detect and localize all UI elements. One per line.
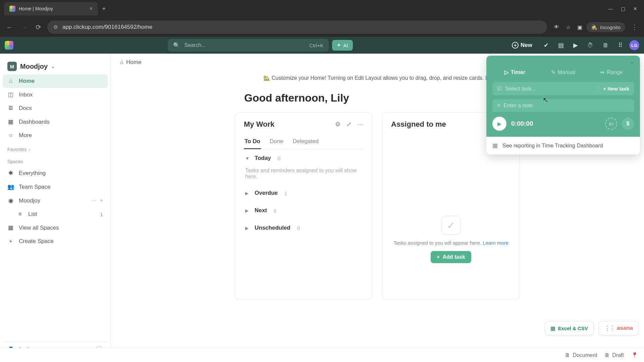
- new-tab-button[interactable]: +: [102, 5, 106, 13]
- sidebar-label: Inbox: [19, 92, 33, 98]
- close-window-icon[interactable]: ✕: [633, 6, 637, 11]
- group-count: 0: [274, 208, 276, 214]
- group-unscheduled[interactable]: ▶ Unscheduled 0: [244, 219, 364, 237]
- group-count: 0: [297, 225, 300, 231]
- ai-button[interactable]: ✦ AI: [332, 40, 353, 51]
- play-button[interactable]: ▶: [492, 117, 506, 131]
- plus-icon: +: [7, 238, 14, 245]
- search-bar[interactable]: 🔍 Search... Ctrl+K: [168, 39, 329, 52]
- billable-button[interactable]: $: [622, 118, 634, 130]
- sidebar-item-create-space[interactable]: + Create Space: [3, 235, 108, 248]
- incognito-icon: 🕵: [591, 24, 597, 30]
- group-today[interactable]: ▼ Today 0: [244, 149, 364, 167]
- list-count: 1: [100, 212, 103, 217]
- grid-icon: ▦: [7, 224, 14, 231]
- checkbox-icon: ☑: [497, 85, 502, 92]
- learn-more-link[interactable]: Learn more: [483, 240, 508, 246]
- status-draft[interactable]: 🗎 Draft: [604, 352, 624, 358]
- favicon-icon: [9, 6, 15, 12]
- minimize-icon[interactable]: ―: [608, 6, 613, 11]
- timer-report-link[interactable]: ▦ See reporting in Time Tracking Dashboa…: [486, 137, 640, 155]
- chevron-down-icon: ▼: [245, 156, 250, 161]
- new-task-button[interactable]: + New task: [598, 86, 629, 92]
- timer-tab-timer[interactable]: ▷ Timer: [492, 66, 537, 78]
- new-button[interactable]: + New: [512, 42, 532, 49]
- timer-tab-manual[interactable]: ✎ Manual: [541, 66, 586, 78]
- home-icon: ⌂: [120, 59, 123, 66]
- url-field[interactable]: ⚙ app.clickup.com/9016164592/home: [47, 20, 547, 34]
- pin-icon[interactable]: 📍: [631, 352, 638, 358]
- wifi-icon: ◉: [7, 197, 14, 204]
- favorites-label: Favorites: [7, 147, 27, 152]
- browser-menu-icon[interactable]: ⋮: [629, 21, 640, 33]
- play-circle-icon: ▷: [504, 69, 508, 75]
- mywork-tabs: To Do Done Delegated: [244, 135, 364, 149]
- expand-icon[interactable]: ⤢: [346, 121, 352, 128]
- close-tab-icon[interactable]: ×: [90, 6, 93, 12]
- timer-tab-range[interactable]: ⇔ Range: [589, 66, 634, 78]
- sidebar-item-team-space[interactable]: 👥 Team Space: [3, 180, 108, 194]
- workspace-switcher[interactable]: M Moodjoy ⌄: [3, 58, 108, 74]
- browser-tab[interactable]: Home | Moodjoy ×: [4, 2, 98, 15]
- back-icon[interactable]: ←: [4, 21, 15, 33]
- sidebar-item-view-all-spaces[interactable]: ▦ View all Spaces: [3, 221, 108, 235]
- more-dots-icon[interactable]: ⋯: [358, 121, 364, 128]
- more-dots-icon[interactable]: ⋯: [91, 197, 97, 204]
- notepad-icon[interactable]: ▤: [555, 42, 567, 49]
- note-icon: ≡: [497, 103, 500, 109]
- app-topbar: 🔍 Search... Ctrl+K ✦ AI + New ✔ ▤ ▶ ⏱ 🗎 …: [0, 37, 644, 54]
- timer-tab-label: Manual: [558, 69, 575, 75]
- minimize-panel-icon[interactable]: —: [492, 60, 634, 66]
- chevron-right-icon: ›: [29, 147, 31, 152]
- today-empty-text: Tasks and reminders assigned to you will…: [244, 167, 364, 184]
- sidebar-label: Create Space: [19, 238, 54, 245]
- side-panel-icon[interactable]: ▣: [577, 24, 582, 31]
- status-document[interactable]: 🗎 Document: [565, 352, 597, 358]
- bookmark-icon[interactable]: ☆: [566, 24, 571, 31]
- tag-button[interactable]: 🏷: [605, 118, 617, 130]
- avatar[interactable]: LG: [629, 40, 639, 50]
- eye-off-icon[interactable]: 👁: [554, 24, 559, 31]
- site-settings-icon[interactable]: ⚙: [53, 24, 58, 30]
- assigned-empty-text: Tasks assigned to you will appear here. …: [393, 240, 508, 246]
- doc-icon[interactable]: 🗎: [600, 42, 611, 49]
- add-task-button[interactable]: + Add task: [431, 251, 471, 263]
- import-pills: ▦ Excel & CSV ⋮⋮ asana: [545, 321, 639, 335]
- sidebar-item-everything[interactable]: ✱ Everything: [3, 166, 108, 180]
- group-count: 1: [284, 190, 287, 196]
- apps-grid-icon[interactable]: ⠿: [615, 42, 625, 49]
- group-overdue[interactable]: ▶ Overdue 1: [244, 184, 364, 202]
- select-task-row[interactable]: ☑ + New task: [492, 82, 634, 95]
- note-row[interactable]: ≡: [492, 99, 634, 112]
- note-input[interactable]: [503, 103, 629, 109]
- clickup-logo-icon[interactable]: [5, 41, 13, 50]
- sidebar-item-list[interactable]: ≡ List 1: [3, 207, 108, 221]
- check-circle-icon[interactable]: ✔: [541, 42, 551, 49]
- sidebar-item-home[interactable]: ⌂ Home: [3, 74, 108, 88]
- sidebar-item-more[interactable]: ○ More: [3, 129, 108, 142]
- tab-done[interactable]: Done: [269, 135, 284, 149]
- sidebar-item-docs[interactable]: 🗎 Docs: [3, 102, 108, 115]
- import-asana-button[interactable]: ⋮⋮ asana: [598, 321, 639, 335]
- sidebar-item-moodjoy[interactable]: ◉ Moodjoy ⋯ +: [3, 194, 108, 207]
- gear-icon[interactable]: ⚙: [335, 121, 340, 128]
- sidebar-item-inbox[interactable]: ◫ Inbox: [3, 88, 108, 102]
- group-next[interactable]: ▶ Next 0: [244, 202, 364, 219]
- favorites-header[interactable]: Favorites ›: [3, 142, 108, 154]
- forward-icon[interactable]: →: [19, 21, 30, 33]
- workspace-name: Moodjoy: [20, 63, 48, 70]
- plus-icon[interactable]: +: [100, 197, 103, 204]
- sidebar-item-dashboards[interactable]: ▦ Dashboards: [3, 115, 108, 129]
- video-icon[interactable]: ▶: [571, 42, 581, 49]
- select-task-input[interactable]: [505, 86, 595, 92]
- import-excel-button[interactable]: ▦ Excel & CSV: [545, 321, 594, 335]
- status-label: Draft: [612, 352, 624, 358]
- reload-icon[interactable]: ⟳: [34, 21, 43, 33]
- tab-delegated[interactable]: Delegated: [292, 135, 320, 149]
- clock-icon[interactable]: ⏱: [585, 42, 596, 49]
- edit-icon: ✎: [551, 69, 555, 75]
- tab-todo[interactable]: To Do: [244, 135, 261, 149]
- card-title: My Work: [244, 120, 330, 129]
- incognito-badge[interactable]: 🕵 Incognito: [586, 22, 625, 32]
- maximize-icon[interactable]: ▢: [621, 6, 625, 11]
